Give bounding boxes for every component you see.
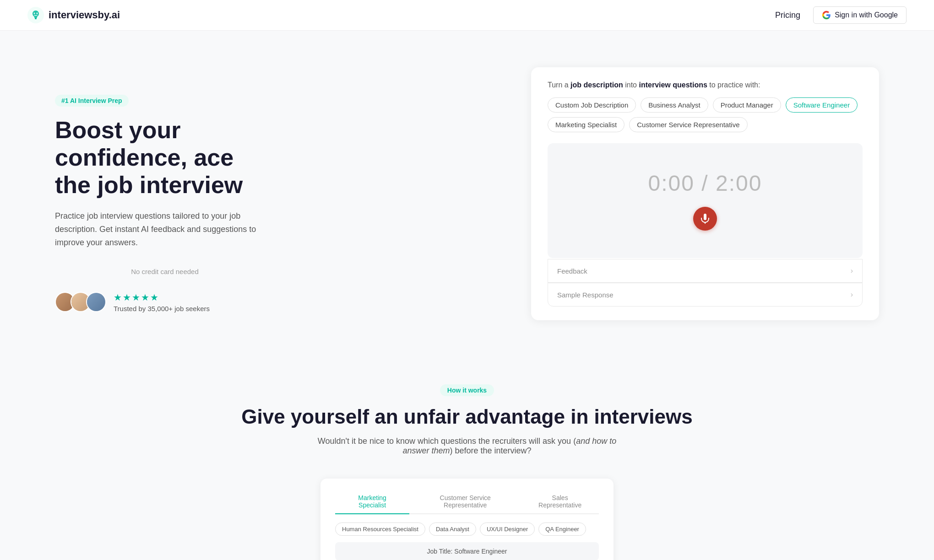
social-proof: ★★★★★ Trusted by 35,000+ job seekers	[55, 292, 275, 312]
feedback-arrow: ›	[851, 267, 853, 275]
how-subtitle-start: Wouldn't it be nice to know which questi…	[318, 436, 576, 446]
card-intro: Turn a job description into interview qu…	[548, 81, 863, 89]
timer-display: 0:00 / 2:00	[648, 171, 762, 196]
demo-card: Turn a job description into interview qu…	[531, 67, 879, 320]
feedback-label: Feedback	[557, 267, 587, 275]
tag-business-analyst[interactable]: Business Analyst	[641, 97, 708, 113]
proof-text: ★★★★★ Trusted by 35,000+ job seekers	[114, 292, 210, 312]
btag-qa[interactable]: QA Engineer	[538, 522, 586, 536]
btag-hr[interactable]: Human Resources Specialist	[335, 522, 425, 536]
hero-badge: #1 AI Interview Prep	[55, 95, 129, 107]
hero-section: #1 AI Interview Prep Boost your confiden…	[0, 31, 934, 348]
btag-ux[interactable]: UX/UI Designer	[480, 522, 535, 536]
tag-customer-service[interactable]: Customer Service Representative	[629, 117, 747, 132]
bottom-tags-row1: Human Resources Specialist Data Analyst …	[335, 522, 599, 536]
bottom-tabs: Marketing Specialist Customer Service Re…	[335, 490, 599, 514]
tag-custom[interactable]: Custom Job Description	[548, 97, 636, 113]
navbar: interviewsby.ai Pricing Sign in with Goo…	[0, 0, 934, 31]
signin-label: Sign in with Google	[835, 11, 898, 19]
hero-subtitle: Practice job interview questions tailore…	[55, 210, 275, 249]
bold-interview-q: interview questions	[639, 81, 707, 89]
no-credit-text: No credit card needed	[55, 268, 275, 275]
bold-job-desc: job description	[570, 81, 623, 89]
svg-point-2	[37, 13, 38, 14]
tag-product-manager[interactable]: Product Manager	[713, 97, 781, 113]
how-it-works-section: How it works Give yourself an unfair adv…	[0, 348, 934, 560]
bottom-card: Marketing Specialist Customer Service Re…	[320, 479, 614, 560]
nav-right: Pricing Sign in with Google	[775, 6, 907, 24]
tag-software-engineer[interactable]: Software Engineer	[786, 97, 858, 113]
logo-icon	[27, 7, 44, 23]
avatar-3	[86, 292, 106, 312]
logo-area[interactable]: interviewsby.ai	[27, 7, 120, 23]
signin-google-button[interactable]: Sign in with Google	[813, 6, 907, 24]
hero-title: Boost your confidence, ace the job inter…	[55, 117, 275, 199]
hero-left: #1 AI Interview Prep Boost your confiden…	[55, 67, 275, 312]
sample-arrow: ›	[851, 291, 853, 299]
star-rating: ★★★★★	[114, 292, 210, 303]
hero-right: Turn a job description into interview qu…	[531, 67, 879, 320]
how-subtitle-end: ) before the interview?	[450, 446, 531, 455]
pricing-link[interactable]: Pricing	[775, 11, 800, 20]
google-icon	[822, 11, 831, 20]
tab-customer-service[interactable]: Customer Service Representative	[409, 490, 521, 514]
tag-list: Custom Job Description Business Analyst …	[548, 97, 863, 132]
sample-label: Sample Response	[557, 291, 614, 299]
feedback-row[interactable]: Feedback ›	[548, 259, 863, 283]
mic-icon	[700, 213, 711, 224]
tab-sales[interactable]: Sales Representative	[521, 490, 599, 514]
how-badge: How it works	[440, 384, 494, 396]
mic-button[interactable]	[693, 207, 717, 231]
tab-marketing[interactable]: Marketing Specialist	[335, 490, 409, 514]
btag-data[interactable]: Data Analyst	[429, 522, 476, 536]
timer-area: 0:00 / 2:00	[548, 143, 863, 258]
svg-rect-3	[35, 18, 37, 19]
how-subtitle: Wouldn't it be nice to know which questi…	[307, 436, 627, 456]
sample-response-row[interactable]: Sample Response ›	[548, 283, 863, 307]
job-title-row: Job Title: Software Engineer	[335, 542, 599, 560]
job-title-text: Job Title: Software Engineer	[427, 548, 507, 555]
proof-label: Trusted by 35,000+ job seekers	[114, 305, 210, 312]
bottom-card-wrap: Marketing Specialist Customer Service Re…	[55, 479, 879, 560]
tag-marketing-specialist[interactable]: Marketing Specialist	[548, 117, 624, 132]
svg-point-1	[34, 13, 35, 14]
avatars	[55, 292, 106, 312]
how-title: Give yourself an unfair advantage in int…	[55, 405, 879, 428]
logo-text: interviewsby.ai	[49, 9, 120, 21]
